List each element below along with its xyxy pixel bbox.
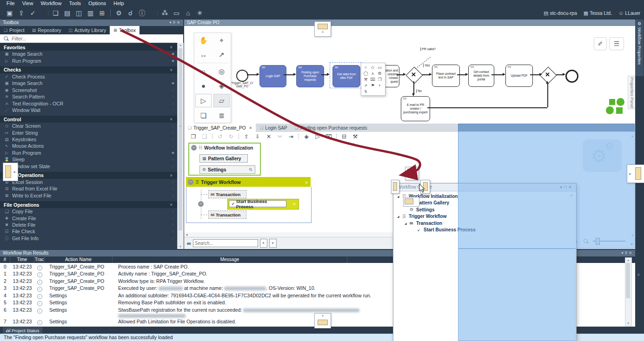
menu-view[interactable]: View <box>19 0 37 7</box>
add-icon[interactable]: + <box>376 82 383 88</box>
results-scrollbar[interactable]: ▲ ▼ <box>625 257 632 326</box>
tab-properties-panel[interactable]: Properties Panel <box>628 76 635 109</box>
expand-chevrons-icon[interactable]: » <box>293 201 296 206</box>
favorite-star-icon[interactable]: ☆ <box>169 94 177 99</box>
dock-center-left-guide[interactable] <box>391 180 399 194</box>
task-finding-open-purchase-requests[interactable]: ⚙⚙Finding open Purchase requests <box>296 65 324 87</box>
data-store-icon[interactable]: ≣ <box>212 108 231 123</box>
col-message[interactable]: Message <box>113 256 347 263</box>
group-workflow-initialization[interactable]: − ☷ Workflow Initialization ▦Pattern Gal… <box>188 143 261 176</box>
settings-icon[interactable]: ⚙ <box>113 7 125 19</box>
toolbox-item-mouse-actions[interactable]: ↖Mouse Actions☆ <box>0 143 177 149</box>
repository-icon[interactable]: ▤ <box>61 7 73 19</box>
canvas-menu-button[interactable]: ☰ <box>609 37 624 50</box>
context-palette[interactable]: ○◇▭◯⋏⚙⚒⌧❒↗⚑+↯ <box>361 63 385 96</box>
pin-icon[interactable]: ⚲ <box>624 251 629 255</box>
new-workflow-icon[interactable]: ✳ <box>194 7 206 19</box>
favorite-star-icon[interactable]: ☆ <box>169 74 177 79</box>
editor-tab-trigger-sap-create-po[interactable]: ❏Trigger_SAP_Create_PO✕ <box>184 124 256 132</box>
toolbox-item-keystrokes[interactable]: ▤Keystrokes☆ <box>0 136 177 143</box>
toolbox-item-write-to-excel-file[interactable]: ⊠Write to Excel File☆ <box>0 192 177 199</box>
append-gateway-icon[interactable]: ◇ <box>369 64 376 70</box>
favorite-star-icon[interactable]: ☆ <box>169 223 177 227</box>
tab-activity-library[interactable]: ◫Activity Library <box>65 26 110 34</box>
end-event[interactable] <box>565 70 578 83</box>
col-trace[interactable]: Trac <box>34 256 45 263</box>
toolbox-item-get-file-info[interactable]: ⓘGet File Info☆ <box>0 235 177 242</box>
filter-input[interactable] <box>11 35 183 42</box>
close-tab-icon[interactable]: ✕ <box>249 126 252 130</box>
tab-workflow-properties[interactable]: ⚙ Workflow Properties <box>635 20 644 76</box>
run-icon[interactable]: ▷ <box>312 133 323 140</box>
debug-trash-icon[interactable]: ⌧ <box>323 133 334 140</box>
tools-icon[interactable]: ⚒ <box>350 133 361 140</box>
settings-gear-icon[interactable]: ⚙ <box>376 70 383 76</box>
connect-icon[interactable]: ↗ <box>212 47 231 62</box>
toolbox-item-enter-string[interactable]: ↦Enter String☆ <box>0 130 177 136</box>
favorite-star-icon[interactable]: ☆ <box>169 180 177 184</box>
subprocess-map-icon[interactable]: ▱ <box>213 94 230 107</box>
dock-right-guide[interactable]: ▶ <box>627 164 644 183</box>
section-file-operations[interactable]: File Operations∨ <box>0 201 177 208</box>
select-icon[interactable]: ⌖ <box>212 33 231 47</box>
expand-chevrons-icon[interactable]: » <box>305 179 308 185</box>
tab-repository[interactable]: ▤Repository <box>28 26 65 34</box>
favorite-star-icon[interactable]: ★ <box>169 151 177 155</box>
toolbox-scrollbar[interactable]: ▲ ≡ ▼ <box>177 43 184 249</box>
favorite-star-icon[interactable]: ☆ <box>169 164 177 169</box>
copy-icon[interactable]: ❐ <box>188 133 199 140</box>
move-up-icon[interactable]: ⇧ <box>241 133 252 140</box>
settings-button[interactable]: ⚙Settings ⚲ <box>199 165 255 174</box>
toolbox-item-screenshot[interactable]: ◉Screenshot☆ <box>0 87 177 93</box>
favorite-star-icon[interactable]: ☆ <box>169 101 177 106</box>
favorite-star-icon[interactable]: ☆ <box>169 209 177 214</box>
intermediate-event-icon[interactable]: ◎ <box>212 64 231 79</box>
toolbox-item-read-from-excel-file[interactable]: ⊟Read from Excel File☆ <box>0 185 177 192</box>
col-time[interactable]: Time <box>10 256 34 263</box>
report-icon[interactable]: ⓘ <box>136 7 148 19</box>
process-graph-icon[interactable]: ⁂ <box>159 7 171 19</box>
favorite-star-icon[interactable]: ☆ <box>169 229 177 234</box>
transaction-item-2[interactable]: 66Transaction <box>208 210 246 219</box>
toolbox-item-file-check[interactable]: ☑File Check☆ <box>0 228 177 235</box>
pan-hand-icon[interactable]: ✋ <box>194 33 212 47</box>
toolbox-item-clear-screen[interactable]: ◇Clear Screen☆ <box>0 123 177 129</box>
toolbox-item-sleep[interactable]: ⌛Sleep☆ <box>0 156 177 163</box>
favorite-star-icon[interactable]: ☆ <box>169 186 177 191</box>
toolbox-item-delete-file[interactable]: ✖Delete File☆ <box>0 222 177 228</box>
favorite-star-icon[interactable]: ★ <box>169 59 177 63</box>
pattern-gallery-button[interactable]: ▦Pattern Gallery <box>199 154 248 163</box>
document-icon[interactable]: ▥ <box>85 7 96 19</box>
favorite-star-icon[interactable]: ☆ <box>169 236 177 241</box>
toolbox-item-excel-session[interactable]: ⊞Excel Session☆ <box>0 179 177 185</box>
toolbox-item-window-wait[interactable]: ⋰Window Wait☆ <box>0 107 177 113</box>
folder-icon[interactable]: ❒ <box>376 76 383 82</box>
editor-tab-finding-open-purchase-requests[interactable]: ❏Finding open Purchase requests <box>291 124 371 132</box>
collapse-button[interactable]: − <box>198 201 204 207</box>
toolbox-item-image-search[interactable]: ▣Image Search★ <box>0 51 177 57</box>
collapse-button[interactable]: − <box>188 179 193 185</box>
expander-icon[interactable]: ◢ <box>397 195 402 198</box>
toolbox-item-text-recognition-ocr[interactable]: AText Recognition - OCR☆ <box>0 100 177 106</box>
space-tool-icon[interactable]: ↔ <box>194 47 212 62</box>
favorite-star-icon[interactable]: ☆ <box>169 216 177 221</box>
menu-tools[interactable]: Tools <box>65 0 85 7</box>
toolbox-item-image-search[interactable]: ▣Image Search★ <box>0 80 177 86</box>
toolbox-item-create-file[interactable]: ✚Create File☆ <box>0 215 177 221</box>
collapse-button[interactable]: − <box>191 145 197 151</box>
wrench-icon[interactable]: ⚒ <box>362 76 369 82</box>
end-event-icon[interactable]: ● <box>194 79 212 93</box>
editor-search-input[interactable] <box>193 239 258 247</box>
menu-file[interactable]: File <box>3 0 19 7</box>
trigger-icon[interactable]: ↯ <box>362 88 369 94</box>
tab-toolbox[interactable]: ⊞Toolbox <box>110 26 139 34</box>
publish-icon[interactable]: ⇪ <box>15 7 27 19</box>
annotation-icon[interactable]: ⋏ <box>369 70 376 76</box>
dock-bottom-guide[interactable]: ▼ <box>314 313 331 328</box>
menu-options[interactable]: Options <box>85 0 110 7</box>
favorite-star-icon[interactable]: ☆ <box>169 108 177 112</box>
append-task-icon[interactable]: ▭ <box>376 64 383 70</box>
start-business-process-item[interactable]: ➹ Start Business Process » <box>227 199 299 210</box>
open-icon[interactable]: ↗ <box>362 82 369 88</box>
tab-project[interactable]: ❏Project <box>0 26 28 34</box>
